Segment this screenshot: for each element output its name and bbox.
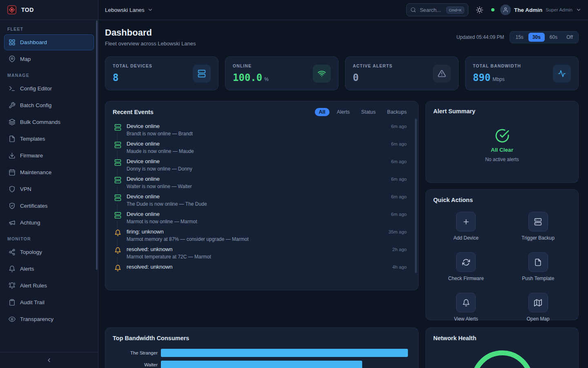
network-health-title: Network Health [433,335,477,341]
stat-value: 890 [473,72,490,83]
sidebar-section-label: FLEET [7,27,91,31]
user-menu[interactable]: The Admin Super Admin [500,4,581,15]
refresh-option-15s[interactable]: 15s [511,33,527,42]
event-row[interactable]: Device onlineMaude is now online — Maude… [113,139,411,156]
sidebar-item-maintenance[interactable]: Maintenance [4,164,94,180]
logo-text: TOD [21,7,34,13]
event-row[interactable]: firing: unknownMarmot memory at 87% — co… [113,227,411,244]
quick-action-push-template[interactable]: Push Template [506,252,571,281]
sidebar-item-dashboard[interactable]: Dashboard [4,34,94,50]
event-row[interactable]: Device onlineBrandt is now online — Bran… [113,121,411,139]
theme-toggle-button[interactable] [474,4,486,16]
event-row[interactable]: Device onlineMarmot is now online — Marm… [113,209,411,227]
events-tab-status[interactable]: Status [357,108,380,116]
event-title: Device online [127,193,386,200]
server-icon [114,177,121,184]
event-detail: Brandt is now online — Brandt [127,131,386,137]
sidebar-item-audit-trail[interactable]: Audit Trail [4,294,94,310]
events-tab-backups[interactable]: Backups [383,108,411,116]
quick-action-check-firmware[interactable]: Check Firmware [433,252,499,281]
avatar [500,4,511,15]
sidebar-item-label: Audit Trail [20,299,45,305]
stats-row: TOTAL DEVICES 8 ONLINE 100.0% ACTIVE ALE… [105,56,579,90]
stat-card-active-alerts: ACTIVE ALERTS 0 [345,56,459,90]
events-scrollbar[interactable] [415,119,417,273]
sidebar: TOD FLEETDashboardMapMANAGEConfig Editor… [0,0,98,368]
search-shortcut-badge: Cmd+K [446,7,464,13]
sidebar-collapse-button[interactable] [0,352,98,368]
sidebar-item-map[interactable]: Map [4,51,94,67]
sidebar-item-label: Dashboard [20,39,47,45]
sidebar-item-vpn[interactable]: VPN [4,181,94,197]
check-circle-icon [495,128,510,143]
event-detail: Donny is now online — Donny [127,166,386,172]
search-input[interactable] [419,7,443,13]
refresh-option-off[interactable]: Off [562,33,577,42]
quick-action-add-device[interactable]: Add Device [433,212,499,241]
quick-action-trigger-backup[interactable]: Trigger Backup [506,212,571,241]
alert-triangle-icon [438,70,446,78]
sidebar-footer [0,352,98,368]
event-row[interactable]: Device onlineDonny is now online — Donny… [113,156,411,174]
sidebar-item-topology[interactable]: Topology [4,244,94,260]
quick-action-open-map[interactable]: Open Map [506,293,571,322]
topbar: Lebowski Lanes Cmd+K The Admin Super Adm… [98,0,588,20]
right-column: Alert Summary All Clear No active alerts… [425,101,579,320]
stat-card-total-bandwidth: TOTAL BANDWIDTH 890Mbps [465,56,579,90]
sidebar-item-achtung[interactable]: Achtung [4,215,94,231]
sidebar-item-label: Achtung [20,220,40,226]
org-name: Lebowski Lanes [105,7,145,13]
event-time: 6m ago [391,194,407,207]
sidebar-item-label: Batch Config [20,102,51,108]
event-title: resolved: unknown [127,264,388,270]
sidebar-item-batch-config[interactable]: Batch Config [4,97,94,113]
user-icon [503,7,508,13]
stat-value: 100.0 [233,72,262,83]
sidebar-item-alerts[interactable]: Alerts [4,261,94,277]
event-title: Device online [127,141,386,147]
sidebar-item-transparency[interactable]: Transparency [4,311,94,327]
refresh-option-60s[interactable]: 60s [546,33,561,42]
sidebar-scrollbar[interactable] [96,20,98,270]
event-row[interactable]: Device onlineThe Dude is now online — Th… [113,191,411,209]
sidebar-item-templates[interactable]: Templates [4,131,94,147]
stat-label: ACTIVE ALERTS [353,63,392,68]
plus-icon [462,218,470,226]
sidebar-item-bulk-commands[interactable]: Bulk Commands [4,114,94,130]
stat-label: TOTAL BANDWIDTH [473,63,521,68]
event-row[interactable]: resolved: unknown4h ago [113,262,411,274]
refresh-option-30s[interactable]: 30s [528,33,545,42]
quick-action-label: Check Firmware [448,276,484,281]
server-icon [114,212,121,219]
user-role: Super Admin [546,7,572,12]
sidebar-section-label: MONITOR [7,236,91,241]
alert-summary-card: Alert Summary All Clear No active alerts [425,101,579,183]
sidebar-item-config-editor[interactable]: Config Editor [4,81,94,96]
chevron-down-icon [576,7,581,13]
quick-action-view-alerts[interactable]: View Alerts [433,293,499,322]
sidebar-item-label: Topology [20,249,42,255]
bandwidth-chart-title: Top Bandwidth Consumers [113,335,189,341]
events-tab-all[interactable]: All [315,108,330,116]
quick-action-label: Trigger Backup [521,235,555,241]
event-title: Device online [127,211,386,217]
search-box[interactable]: Cmd+K [406,3,468,16]
grid-icon [9,39,16,46]
events-filter-tabs: AllAlertsStatusBackups [315,108,411,116]
quick-action-label: View Alerts [454,316,478,322]
event-detail: Walter is now online — Walter [127,184,386,189]
sidebar-item-alert-rules[interactable]: Alert Rules [4,278,94,294]
server-icon [114,194,121,201]
bell-ring-icon [9,282,16,289]
event-row[interactable]: resolved: unknownMarmot temperature at 7… [113,244,411,262]
event-time: 4h ago [392,265,407,272]
event-row[interactable]: Device onlineWalter is now online — Walt… [113,174,411,191]
org-selector[interactable]: Lebowski Lanes [105,7,153,13]
megaphone-icon [9,219,16,226]
tod-logo-icon [7,4,17,15]
sidebar-item-certificates[interactable]: Certificates [4,198,94,214]
events-tab-alerts[interactable]: Alerts [333,108,354,116]
app-logo[interactable]: TOD [0,0,98,20]
sidebar-item-firmware[interactable]: Firmware [4,148,94,164]
event-title: firing: unknown [127,229,383,235]
